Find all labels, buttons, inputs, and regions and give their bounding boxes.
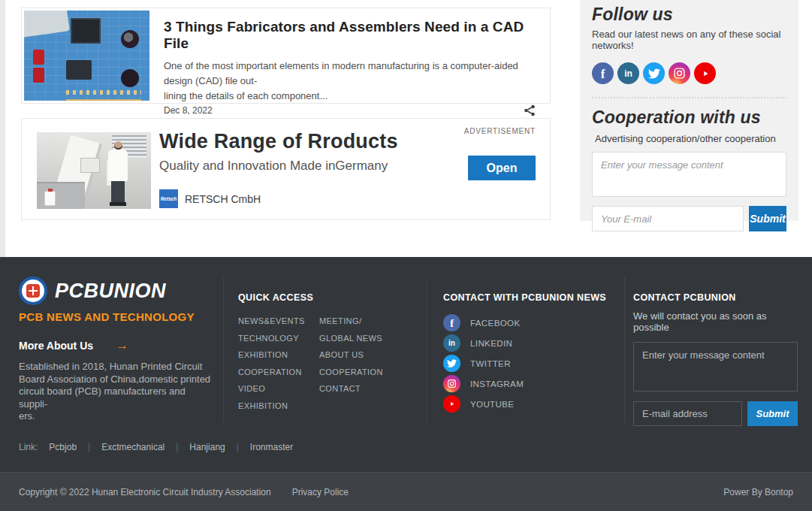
footer-link-about-us[interactable]: ABOUT US — [319, 351, 383, 359]
article-thumbnail-circuit-board[interactable] — [24, 11, 149, 101]
facebook-icon: f — [443, 314, 460, 331]
footer-link-video[interactable]: VIDEO — [238, 385, 319, 393]
quick-access-links: NEWS&EVENTS TECHNOLOGY EXHIBITION COOPER… — [238, 317, 383, 410]
sidebar-submit-button[interactable]: Submit — [749, 206, 786, 231]
footer-submit-button[interactable]: Submit — [747, 401, 798, 426]
dotted-divider — [592, 97, 786, 98]
lab-machine-hopper — [80, 158, 100, 173]
article-date: Dec 8, 2022 — [164, 105, 213, 116]
arrow-right-icon: → — [116, 338, 128, 353]
person-coat — [108, 150, 128, 181]
footer-link-meeting[interactable]: MEETING/ — [319, 317, 383, 325]
sidebar-message-textarea[interactable] — [592, 152, 786, 197]
follow-us-heading: Follow us — [592, 5, 786, 25]
footer-column-divider — [624, 277, 625, 424]
partner-link-pcbjob[interactable]: Pcbjob — [49, 442, 77, 452]
instagram-icon[interactable] — [669, 62, 690, 84]
footer-link-exhibition-2[interactable]: EXHIBITION — [238, 402, 319, 410]
article-body: 3 Things Fabricators and Assemblers Need… — [152, 8, 550, 103]
logo-core — [26, 284, 40, 298]
partner-link-hanjiang[interactable]: Hanjiang — [189, 442, 225, 452]
footer-link-technology[interactable]: TECHNOLOGY — [238, 334, 319, 343]
follow-us-subtitle: Read our latest news on any of these soc… — [592, 29, 786, 51]
footer-linkedin-link[interactable]: in LINKEDIN — [443, 334, 606, 352]
footer-brand-column: PCBUNION PCB NEWS AND TECHNOLOGY More Ab… — [19, 277, 213, 423]
advertiser-logo: Retsch — [159, 189, 178, 208]
contact-pcbunion-subtitle: We will contact you as soon as possible — [633, 310, 798, 333]
circuit-chip-2 — [66, 60, 92, 80]
ad-title[interactable]: Wide Range of Rroducts — [159, 130, 452, 153]
twitter-icon[interactable] — [643, 62, 665, 84]
footer-column-divider — [427, 277, 427, 424]
footer-link-cooperation-2[interactable]: COOPERATION — [319, 368, 383, 376]
footer: PCBUNION PCB NEWS AND TECHNOLOGY More Ab… — [0, 257, 812, 511]
footer-twitter-link[interactable]: TWITTER — [443, 355, 606, 372]
footer-facebook-link[interactable]: f FACEBOOK — [443, 314, 606, 331]
more-about-us-label: More About Us — [19, 340, 93, 352]
linkedin-glyph: in — [448, 339, 455, 347]
linkedin-glyph: in — [624, 68, 632, 79]
footer-quick-access-column: QUICK ACCESS NEWS&EVENTS TECHNOLOGY EXHI… — [238, 292, 383, 410]
circuit-red-connector — [33, 50, 44, 65]
footer-bottom-bar: Copyright © 2022 Hunan Electronic Circui… — [0, 472, 812, 511]
person-head — [114, 141, 122, 150]
instagram-label: INSTAGRAM — [470, 379, 524, 389]
footer-message-textarea[interactable] — [633, 342, 798, 392]
partner-links-row: Link: Pcbjob | Exctmechanical | Hanjiang… — [19, 442, 293, 452]
privacy-police-link[interactable]: Privacy Police — [292, 487, 349, 497]
pcbunion-logo-icon — [19, 277, 47, 305]
more-about-us-link[interactable]: More About Us → — [19, 338, 213, 353]
brand-about-text: Established in 2018, Hunan Printed Circu… — [19, 361, 213, 423]
footer-column-divider — [223, 277, 224, 424]
sidebar-form-row: Submit — [592, 206, 786, 231]
cooperation-label: Advertising cooperation/other cooperatio… — [592, 133, 786, 144]
share-icon[interactable] — [523, 104, 536, 117]
ad-advertiser-row: Retsch RETSCH CmbH — [159, 189, 452, 208]
footer-email-input[interactable] — [633, 401, 742, 426]
partner-link-ironmaster[interactable]: Ironmaster — [250, 442, 293, 452]
contact-news-heading: CONTACT WITH PCBUNION NEWS — [443, 292, 606, 303]
facebook-icon[interactable]: f — [592, 62, 614, 84]
footer-link-global-news[interactable]: GLOBAL NEWS — [319, 334, 383, 343]
linkedin-icon: in — [443, 334, 460, 352]
footer-link-exhibition[interactable]: EXHIBITION — [238, 351, 319, 359]
footer-brand-row[interactable]: PCBUNION — [19, 277, 213, 305]
footer-link-contact[interactable]: CONTACT — [319, 385, 383, 393]
advertiser-name: RETSCH CmbH — [185, 193, 261, 205]
footer-link-news-events[interactable]: NEWS&EVENTS — [238, 317, 319, 325]
article-card[interactable]: 3 Things Fabricators and Assemblers Need… — [21, 8, 551, 104]
youtube-label: YOUTUBE — [470, 400, 514, 409]
power-by-text: Power By Bontop — [723, 487, 793, 497]
sidebar-email-input[interactable] — [592, 206, 744, 231]
circuit-chip — [71, 18, 101, 44]
sidebar-social-row: f in — [592, 62, 786, 84]
article-title[interactable]: 3 Things Fabricators and Assemblers Need… — [164, 19, 536, 52]
footer-instagram-link[interactable]: INSTAGRAM — [443, 375, 606, 392]
circuit-solder-dots — [66, 90, 141, 95]
footer-youtube-link[interactable]: YOUTUBE — [443, 395, 606, 413]
youtube-icon — [443, 395, 460, 413]
instagram-icon — [443, 375, 460, 392]
footer-link-cooperation[interactable]: COOPERATION — [238, 368, 319, 376]
footer-social-list: f FACEBOOK in LINKEDIN TWITTER — [443, 314, 606, 413]
sidebar: Follow us Read our latest news on any of… — [580, 0, 798, 221]
youtube-icon[interactable] — [694, 62, 716, 84]
linkedin-icon[interactable]: in — [617, 62, 639, 84]
article-excerpt: One of the most important elements in mo… — [164, 59, 536, 104]
lab-technician — [106, 141, 131, 207]
quick-access-col1: NEWS&EVENTS TECHNOLOGY EXHIBITION COOPER… — [238, 317, 319, 410]
ad-body: Wide Range of Rroducts Quality and Innov… — [159, 119, 452, 208]
brand-name: PCBUNION — [55, 280, 166, 303]
person-pants — [111, 181, 125, 202]
advertisement-label: ADVERTISEMENT — [464, 127, 536, 135]
brand-tagline: PCB NEWS AND TECHNOLOGY — [19, 310, 213, 323]
facebook-glyph: f — [601, 67, 605, 82]
lab-jug — [44, 191, 56, 206]
advertisement-card: ADVERTISEMENT Wide Range of Rroducts Qua… — [21, 118, 551, 220]
circuit-capacitor — [121, 30, 139, 48]
ad-image-lab-machine[interactable] — [37, 132, 151, 209]
quick-access-heading: QUICK ACCESS — [238, 292, 383, 303]
contact-pcbunion-heading: CONTACT PCBUNION — [633, 292, 798, 303]
ad-open-button[interactable]: Open — [468, 156, 536, 180]
partner-link-exctmechanical[interactable]: Exctmechanical — [101, 442, 165, 452]
